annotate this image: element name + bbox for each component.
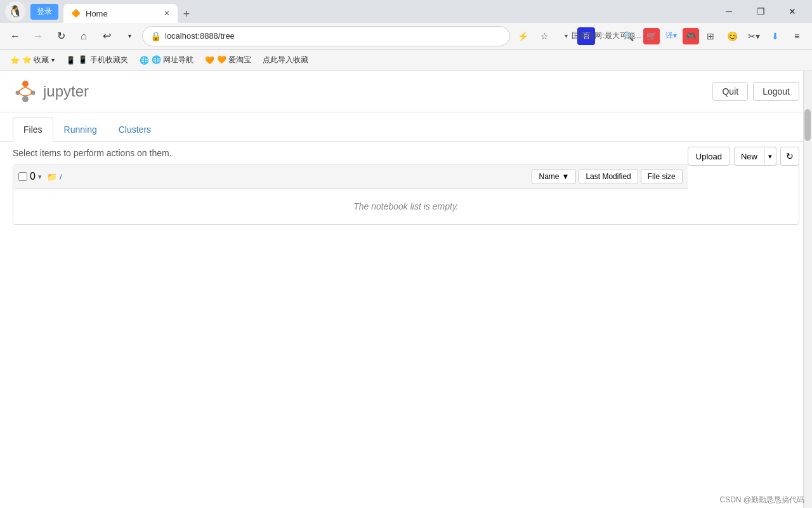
sort-modified-label: Last Modified (586, 172, 631, 181)
sort-name-icon: ▼ (562, 172, 570, 181)
search-text: 国家电网:最大可能... (596, 26, 617, 46)
bookmark-star-icon[interactable]: ☆ (534, 26, 554, 46)
empty-message: The notebook list is empty. (13, 189, 799, 224)
forward-button[interactable]: → (28, 26, 48, 46)
menu-icon[interactable]: ≡ (787, 26, 807, 46)
select-all-checkbox[interactable] (18, 172, 27, 181)
grid-icon[interactable]: ⊞ (700, 26, 721, 46)
scrollbar[interactable] (803, 71, 812, 508)
taobao-label: 🧡 爱淘宝 (217, 55, 251, 65)
user-avatar[interactable]: 🐧 (5, 1, 25, 22)
address-bar[interactable]: 🔒 localhost:8888/tree (142, 26, 510, 46)
file-browser-info: Select items to perform actions on them. (13, 148, 799, 158)
refresh-button[interactable]: ↻ (780, 147, 799, 166)
search-button[interactable]: 🔍 (618, 26, 638, 46)
upload-button[interactable]: Upload (688, 147, 730, 166)
back-button[interactable]: ← (5, 26, 25, 46)
lightning-icon[interactable]: ⚡ (513, 26, 533, 46)
sort-size-button[interactable]: File size (641, 169, 683, 184)
star-icon: ⭐ (10, 56, 20, 65)
maximize-button[interactable]: ❐ (746, 1, 775, 22)
scroll-thumb[interactable] (804, 109, 811, 141)
new-button-group: New ▾ (734, 147, 776, 166)
jupyter-header: jupyter Quit Logout (0, 71, 812, 112)
new-tab-button[interactable]: + (178, 5, 195, 23)
item-count: 0 (30, 171, 36, 182)
smile-icon[interactable]: 😊 (722, 26, 742, 46)
bookmark-nav[interactable]: 🌐 🌐 网址导航 (134, 52, 199, 68)
sort-modified-button[interactable]: Last Modified (579, 169, 638, 184)
mobile-icon: 📱 (66, 56, 75, 65)
new-button[interactable]: New (734, 147, 764, 166)
tab-close-button[interactable]: ✕ (164, 9, 170, 18)
new-dropdown-button[interactable]: ▾ (764, 147, 776, 166)
secure-icon: 🔒 (150, 31, 161, 41)
favorites-label: ⭐ 收藏 (22, 55, 49, 65)
path-label: / (60, 172, 62, 182)
sort-size-label: File size (648, 172, 676, 181)
tab-title: Home (86, 9, 108, 18)
bookmark-taobao[interactable]: 🧡 🧡 爱淘宝 (200, 52, 256, 68)
sort-actions: Name ▼ Last Modified File size (532, 169, 682, 184)
reload-button[interactable]: ↻ (51, 26, 71, 46)
file-table-body: The notebook list is empty. (13, 189, 799, 224)
path-breadcrumb[interactable]: 📁 / (47, 172, 62, 182)
jupyter-logo-icon (13, 79, 38, 104)
select-all-area[interactable]: 0 ▾ (18, 171, 42, 182)
nav-label: 🌐 网址导航 (152, 55, 193, 65)
undo-dropdown[interactable]: ▾ (119, 26, 140, 46)
logout-button[interactable]: Logout (753, 82, 799, 101)
tab-clusters[interactable]: Clusters (108, 117, 162, 142)
sort-name-label: Name (539, 172, 559, 181)
minimize-button[interactable]: ─ (714, 1, 743, 22)
bookmark-mobile[interactable]: 📱 📱 手机收藏夹 (61, 52, 133, 68)
folder-icon: 📁 (47, 172, 57, 182)
tab-files[interactable]: Files (13, 117, 53, 142)
file-browser: Select items to perform actions on them.… (0, 142, 812, 231)
bookmarks-bar: ⭐ ⭐ 收藏 ▾ 📱 📱 手机收藏夹 🌐 🌐 网址导航 🧡 🧡 爱淘宝 点此导入… (0, 50, 812, 71)
home-button[interactable]: ⌂ (74, 26, 94, 46)
address-text: localhost:8888/tree (165, 31, 502, 41)
bookmark-import[interactable]: 点此导入收藏 (258, 52, 313, 68)
sort-name-button[interactable]: Name ▼ (532, 169, 576, 184)
quit-button[interactable]: Quit (712, 82, 748, 101)
page-content: jupyter Quit Logout Files Running Cluste… (0, 71, 812, 508)
tab-running[interactable]: Running (53, 117, 108, 142)
svg-point-1 (22, 96, 29, 102)
file-browser-actions: Upload New ▾ ↻ (688, 147, 799, 166)
jupyter-tabs: Files Running Clusters (0, 117, 812, 142)
footer-text: CSDN @勤勤恳恳搞代码 (719, 495, 804, 504)
dropdown-arrow-icon[interactable]: ▾ (38, 173, 42, 181)
jupyter-logo: jupyter (13, 79, 89, 104)
mobile-label: 📱 手机收藏夹 (78, 55, 128, 65)
scissors-icon[interactable]: ✂▾ (743, 26, 764, 46)
game-icon[interactable]: 🎮 (683, 28, 699, 44)
file-table-header: 0 ▾ 📁 / Name ▼ (13, 165, 688, 189)
download-icon[interactable]: ⬇ (765, 26, 785, 46)
jupyter-header-actions: Quit Logout (712, 82, 799, 101)
tab-icon: 🔶 (71, 9, 81, 18)
login-button[interactable]: 登录 (30, 4, 58, 20)
footer: CSDN @勤勤恳恳搞代码 (712, 492, 812, 508)
svg-point-0 (22, 81, 29, 87)
close-button[interactable]: ✕ (778, 1, 807, 22)
shop-icon[interactable]: 🛒 (643, 28, 660, 44)
translate-icon[interactable]: 译▾ (661, 26, 681, 46)
favorites-dropdown-icon[interactable]: ▾ (51, 57, 55, 64)
file-table: 0 ▾ 📁 / Name ▼ (13, 164, 799, 225)
undo-button[interactable]: ↩ (96, 26, 117, 46)
taobao-icon: 🧡 (205, 56, 214, 65)
nav-icon: 🌐 (140, 56, 149, 65)
import-label: 点此导入收藏 (263, 55, 308, 65)
bookmark-favorites[interactable]: ⭐ ⭐ 收藏 ▾ (5, 52, 60, 68)
browser-tab[interactable]: 🔶 Home ✕ (63, 4, 178, 23)
jupyter-logo-text: jupyter (43, 83, 89, 100)
